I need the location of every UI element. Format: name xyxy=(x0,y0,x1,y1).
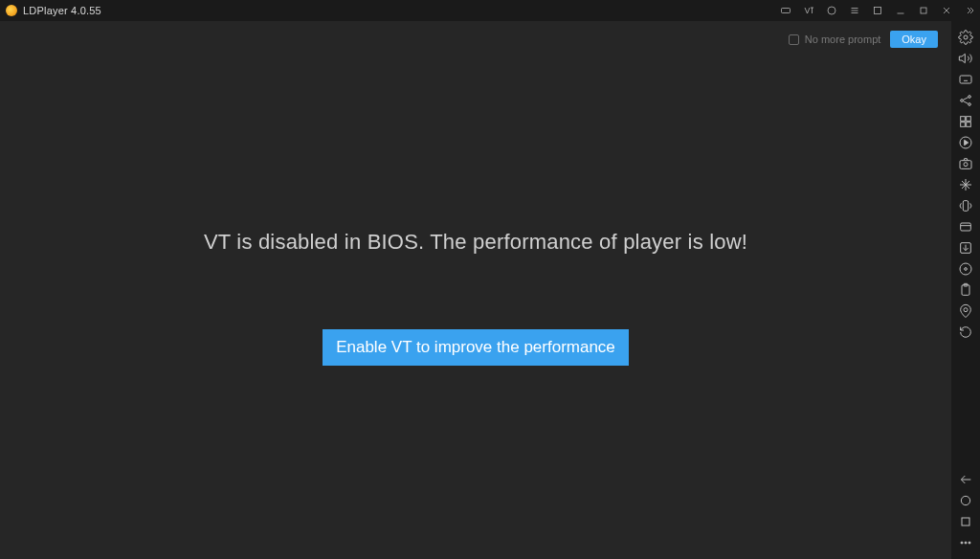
svg-rect-27 xyxy=(961,123,966,127)
svg-rect-10 xyxy=(921,8,926,13)
rotate-icon[interactable] xyxy=(954,322,977,343)
svg-marker-30 xyxy=(965,140,969,145)
notice-bar: No more prompt Okay xyxy=(789,31,938,48)
svg-point-49 xyxy=(961,542,963,544)
svg-point-13 xyxy=(964,35,968,39)
svg-point-20 xyxy=(961,100,964,102)
svg-point-47 xyxy=(961,496,969,504)
app-title: LDPlayer 4.0.55 xyxy=(23,5,101,16)
shake-icon[interactable] xyxy=(954,195,977,216)
back-icon[interactable] xyxy=(954,469,977,490)
svg-rect-0 xyxy=(782,9,791,13)
screenshot-icon[interactable] xyxy=(954,153,977,174)
volume-icon[interactable] xyxy=(954,48,977,69)
collapse-icon[interactable] xyxy=(963,4,976,17)
svg-rect-37 xyxy=(963,201,968,212)
svg-point-46 xyxy=(964,308,968,312)
record-icon[interactable] xyxy=(825,4,838,17)
keyboard-icon[interactable] xyxy=(779,4,792,17)
svg-point-43 xyxy=(965,268,968,271)
titlebar: LDPlayer 4.0.55 xyxy=(0,0,980,21)
home-icon[interactable] xyxy=(954,490,977,511)
svg-rect-26 xyxy=(967,117,971,122)
multi-instance-icon[interactable] xyxy=(954,90,977,111)
vt-status-icon[interactable] xyxy=(802,4,815,17)
checkbox-box-icon xyxy=(789,34,799,45)
svg-point-50 xyxy=(965,542,967,544)
app-logo-icon xyxy=(6,5,17,16)
recents-icon[interactable] xyxy=(954,511,977,532)
svg-rect-48 xyxy=(962,518,969,525)
main-content: No more prompt Okay VT is disabled in BI… xyxy=(0,21,951,559)
svg-rect-28 xyxy=(967,123,971,127)
svg-point-4 xyxy=(828,7,835,14)
checkbox-label: No more prompt xyxy=(805,34,880,45)
svg-point-32 xyxy=(964,163,968,167)
more-icon[interactable] xyxy=(954,532,977,553)
sync-icon[interactable] xyxy=(954,111,977,132)
operation-icon[interactable] xyxy=(954,174,977,195)
no-more-prompt-checkbox[interactable]: No more prompt xyxy=(789,34,880,45)
settings-icon[interactable] xyxy=(954,27,977,48)
fullscreen-icon[interactable] xyxy=(871,4,884,17)
menu-icon[interactable] xyxy=(848,4,861,17)
svg-rect-31 xyxy=(960,161,971,169)
svg-rect-8 xyxy=(875,8,881,14)
svg-marker-14 xyxy=(959,54,965,62)
svg-line-24 xyxy=(963,101,968,104)
svg-rect-15 xyxy=(960,76,971,83)
location-icon[interactable] xyxy=(954,301,977,322)
svg-point-42 xyxy=(960,263,971,275)
shared-folder-icon[interactable] xyxy=(954,216,977,237)
svg-rect-38 xyxy=(961,223,971,231)
svg-point-51 xyxy=(969,542,970,544)
apk-install-icon[interactable] xyxy=(954,237,977,258)
record-start-icon[interactable] xyxy=(954,132,977,153)
minimize-icon[interactable] xyxy=(894,4,907,17)
maximize-icon[interactable] xyxy=(917,4,930,17)
disc-icon[interactable] xyxy=(954,258,977,280)
svg-point-22 xyxy=(969,103,971,106)
keymap-icon[interactable] xyxy=(954,69,977,90)
svg-point-21 xyxy=(969,96,971,99)
enable-vt-button[interactable]: Enable VT to improve the performance xyxy=(323,329,629,366)
clipboard-icon[interactable] xyxy=(954,280,977,301)
svg-rect-25 xyxy=(961,117,966,122)
vt-warning-message: VT is disabled in BIOS. The performance … xyxy=(204,230,747,255)
close-icon[interactable] xyxy=(940,4,953,17)
svg-line-23 xyxy=(963,98,968,101)
side-toolbar xyxy=(951,21,980,559)
okay-button[interactable]: Okay xyxy=(890,31,938,48)
